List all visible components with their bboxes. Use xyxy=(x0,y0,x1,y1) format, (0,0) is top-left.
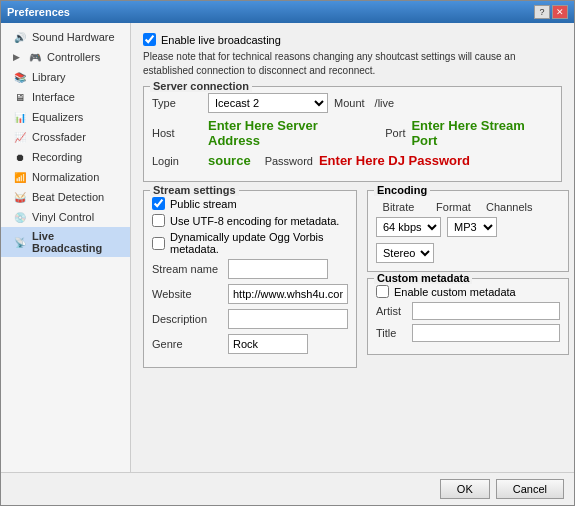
encoding-label: Encoding xyxy=(374,184,430,196)
public-stream-label: Public stream xyxy=(170,198,237,210)
stream-settings-label: Stream settings xyxy=(150,184,239,196)
sidebar-item-beat-detection[interactable]: 🥁 Beat Detection xyxy=(1,187,130,207)
website-label: Website xyxy=(152,288,222,300)
title-bar: Preferences ? ✕ xyxy=(1,1,574,23)
sidebar-item-label: Live Broadcasting xyxy=(32,230,122,254)
bitrate-select[interactable]: 64 kbps 32 kbps 128 kbps 192 kbps 320 kb… xyxy=(376,217,441,237)
type-label: Type xyxy=(152,97,202,109)
main-content: 🔊 Sound Hardware ▶ 🎮 Controllers 📚 Libra… xyxy=(1,23,574,472)
preferences-window: Preferences ? ✕ 🔊 Sound Hardware ▶ 🎮 Con… xyxy=(0,0,575,506)
password-label: Password xyxy=(265,155,313,167)
utf8-label: Use UTF-8 encoding for metadata. xyxy=(170,215,339,227)
stream-name-input[interactable] xyxy=(228,259,328,279)
sidebar-item-equalizers[interactable]: 📊 Equalizers xyxy=(1,107,130,127)
channels-col-label: Channels xyxy=(486,201,531,213)
login-label: Login xyxy=(152,155,202,167)
bottom-bar: OK Cancel xyxy=(1,472,574,505)
stream-settings-col: Stream settings Public stream Use UTF-8 … xyxy=(143,190,357,376)
port-value: Enter Here Stream Port xyxy=(411,118,553,148)
window-title: Preferences xyxy=(7,6,70,18)
utf8-checkbox[interactable] xyxy=(152,214,165,227)
crossfader-icon: 📈 xyxy=(13,130,27,144)
encoding-col: Encoding Bitrate Format Channels 64 kbps… xyxy=(367,190,569,376)
sidebar-item-library[interactable]: 📚 Library xyxy=(1,67,130,87)
beat-detection-icon: 🥁 xyxy=(13,190,27,204)
vinyl-control-icon: 💿 xyxy=(13,210,27,224)
sidebar-item-label: Recording xyxy=(32,151,82,163)
type-row: Type Icecast 2 Shoutcast 1 Shoutcast 2 M… xyxy=(152,93,553,113)
ogg-label: Dynamically update Ogg Vorbis metadata. xyxy=(170,231,348,255)
website-row: Website xyxy=(152,284,348,304)
format-select[interactable]: MP3 OGG AAC xyxy=(447,217,497,237)
controllers-icon: 🎮 xyxy=(28,50,42,64)
ok-button[interactable]: OK xyxy=(440,479,490,499)
two-col: Stream settings Public stream Use UTF-8 … xyxy=(143,190,562,376)
live-broadcasting-icon: 📡 xyxy=(13,235,27,249)
title-bar-buttons: ? ✕ xyxy=(534,5,568,19)
sidebar-item-label: Normalization xyxy=(32,171,99,183)
enable-custom-metadata-checkbox[interactable] xyxy=(376,285,389,298)
stream-name-label: Stream name xyxy=(152,263,222,275)
password-value: Enter Here DJ Password xyxy=(319,153,470,168)
ogg-row: Dynamically update Ogg Vorbis metadata. xyxy=(152,231,348,255)
title-row: Title xyxy=(376,324,560,342)
sidebar-item-label: Controllers xyxy=(47,51,100,63)
genre-input[interactable] xyxy=(228,334,308,354)
host-label: Host xyxy=(152,127,202,139)
recording-icon: ⏺ xyxy=(13,150,27,164)
sidebar-item-label: Beat Detection xyxy=(32,191,104,203)
website-input[interactable] xyxy=(228,284,348,304)
login-value: source xyxy=(208,153,251,168)
custom-metadata-group: Custom metadata Enable custom metadata A… xyxy=(367,278,569,355)
host-row: Host Enter Here Server Address Port Ente… xyxy=(152,118,553,148)
encoding-row: 64 kbps 32 kbps 128 kbps 192 kbps 320 kb… xyxy=(376,217,560,263)
help-button[interactable]: ? xyxy=(534,5,550,19)
artist-label: Artist xyxy=(376,305,406,317)
host-value: Enter Here Server Address xyxy=(208,118,371,148)
sidebar-item-label: Interface xyxy=(32,91,75,103)
library-icon: 📚 xyxy=(13,70,27,84)
sound-hardware-icon: 🔊 xyxy=(13,30,27,44)
description-label: Description xyxy=(152,313,222,325)
description-input[interactable] xyxy=(228,309,348,329)
right-panel: Enable live broadcasting Please note tha… xyxy=(131,23,574,472)
channels-select[interactable]: Stereo Mono xyxy=(376,243,434,263)
expand-arrow-icon: ▶ xyxy=(13,52,23,62)
format-col-label: Format xyxy=(431,201,476,213)
enable-custom-metadata-label: Enable custom metadata xyxy=(394,286,516,298)
sidebar-item-interface[interactable]: 🖥 Interface xyxy=(1,87,130,107)
mount-label: Mount xyxy=(334,97,365,109)
sidebar-item-recording[interactable]: ⏺ Recording xyxy=(1,147,130,167)
enable-broadcasting-checkbox[interactable] xyxy=(143,33,156,46)
type-select[interactable]: Icecast 2 Shoutcast 1 Shoutcast 2 xyxy=(208,93,328,113)
artist-row: Artist xyxy=(376,302,560,320)
sidebar-item-live-broadcasting[interactable]: 📡 Live Broadcasting xyxy=(1,227,130,257)
mount-value: /live xyxy=(375,97,395,109)
server-connection-group: Server connection Type Icecast 2 Shoutca… xyxy=(143,86,562,182)
warning-text: Please note that for technical reasons c… xyxy=(143,50,562,78)
sidebar-item-vinyl-control[interactable]: 💿 Vinyl Control xyxy=(1,207,130,227)
interface-icon: 🖥 xyxy=(13,90,27,104)
genre-label: Genre xyxy=(152,338,222,350)
login-row: Login source Password Enter Here DJ Pass… xyxy=(152,153,553,168)
sidebar-item-label: Crossfader xyxy=(32,131,86,143)
close-button[interactable]: ✕ xyxy=(552,5,568,19)
stream-settings-group: Stream settings Public stream Use UTF-8 … xyxy=(143,190,357,368)
port-label: Port xyxy=(385,127,405,139)
bitrate-col-label: Bitrate xyxy=(376,201,421,213)
artist-input[interactable] xyxy=(412,302,560,320)
ogg-checkbox[interactable] xyxy=(152,237,165,250)
sidebar-item-label: Equalizers xyxy=(32,111,83,123)
title-label: Title xyxy=(376,327,406,339)
sidebar-item-sound-hardware[interactable]: 🔊 Sound Hardware xyxy=(1,27,130,47)
sidebar-item-controllers[interactable]: ▶ 🎮 Controllers xyxy=(1,47,130,67)
description-row: Description xyxy=(152,309,348,329)
enable-broadcasting-label: Enable live broadcasting xyxy=(161,34,281,46)
stream-name-row: Stream name xyxy=(152,259,348,279)
title-input[interactable] xyxy=(412,324,560,342)
sidebar-item-crossfader[interactable]: 📈 Crossfader xyxy=(1,127,130,147)
cancel-button[interactable]: Cancel xyxy=(496,479,564,499)
public-stream-checkbox[interactable] xyxy=(152,197,165,210)
sidebar-item-label: Vinyl Control xyxy=(32,211,94,223)
sidebar-item-normalization[interactable]: 📶 Normalization xyxy=(1,167,130,187)
